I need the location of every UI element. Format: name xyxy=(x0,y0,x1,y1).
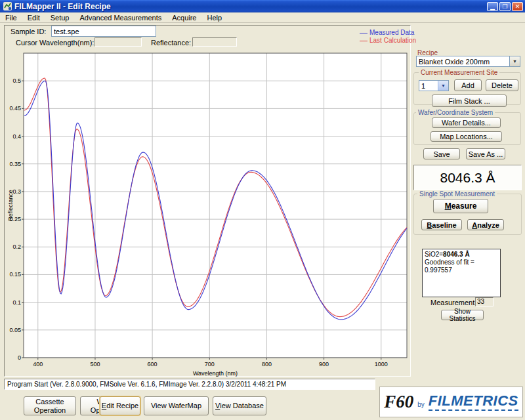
site-value: 1 xyxy=(419,82,438,90)
logo-brand: FILMETRICS xyxy=(429,394,518,411)
menu-help[interactable]: Help xyxy=(201,13,227,22)
chart-legend: Measured Data Last Calculation xyxy=(360,29,416,45)
measurement-site-group-label: Current Measurement Site xyxy=(419,69,499,76)
menu-advanced-measurements[interactable]: Advanced Measurements xyxy=(74,13,167,22)
site-dropdown-arrow-icon[interactable]: ▼ xyxy=(438,81,448,91)
minimize-icon[interactable]: ▁ xyxy=(487,2,498,11)
single-spot-group-label: Single Spot Measurement xyxy=(417,190,497,198)
svg-text:800: 800 xyxy=(262,361,272,368)
svg-text:700: 700 xyxy=(205,361,215,368)
results-box: SiO2=8046.3 Å Goodness of fit = 0.997557 xyxy=(422,249,501,297)
edit-recipe-button[interactable]: Edit Recipe xyxy=(100,396,140,415)
film-stack-button[interactable]: Film Stack ... xyxy=(432,94,507,107)
sample-id-label: Sample ID: xyxy=(10,28,46,35)
legend-measured-label: Measured Data xyxy=(369,29,414,36)
cursor-wavelength-field xyxy=(94,37,142,47)
svg-text:0.4: 0.4 xyxy=(12,133,21,140)
analyze-button[interactable]: Analyze xyxy=(467,219,504,230)
cursor-reflectance-field xyxy=(192,37,237,47)
show-statistics-button[interactable]: Show Statistics xyxy=(441,310,484,320)
sample-id-input[interactable] xyxy=(51,26,156,37)
menu-edit[interactable]: Edit xyxy=(22,13,45,22)
add-button[interactable]: Add xyxy=(454,79,482,91)
cassette-operation-button[interactable]: Cassette Operation xyxy=(24,396,76,415)
measurement-number-field[interactable]: 33 xyxy=(475,297,494,306)
wafer-details-button[interactable]: Wafer Details... xyxy=(432,117,501,128)
svg-text:0.45: 0.45 xyxy=(9,105,21,112)
view-database-button[interactable]: View Database xyxy=(213,396,266,415)
logo-model: F60 xyxy=(384,392,413,412)
cursor-reflectance-label: Reflectance: xyxy=(151,39,191,47)
legend-line-measured-icon xyxy=(360,33,368,33)
svg-text:0.05: 0.05 xyxy=(9,327,21,333)
application-window: FILMapper II - Edit Recipe ▁ ❐ ✕ File Ed… xyxy=(0,0,525,420)
title-bar: FILMapper II - Edit Recipe ▁ ❐ ✕ xyxy=(0,0,525,12)
results-line2: Goodness of fit = 0.997557 xyxy=(425,259,498,274)
baseline-button[interactable]: Baseline xyxy=(421,219,462,230)
chart-canvas[interactable]: 400500600700800900100000.050.10.150.20.2… xyxy=(7,48,410,377)
svg-text:600: 600 xyxy=(148,361,158,368)
svg-text:1000: 1000 xyxy=(375,361,388,368)
legend-line-calculated-icon xyxy=(360,41,368,41)
logo-by: by xyxy=(417,401,425,408)
svg-text:0.15: 0.15 xyxy=(9,271,21,278)
recipe-combobox[interactable]: Blanket Oxide 200mm ▼ xyxy=(416,56,520,67)
filmetrics-logo: F60 by FILMETRICS xyxy=(379,387,523,417)
close-icon[interactable]: ✕ xyxy=(512,2,523,11)
menu-file[interactable]: File xyxy=(0,13,22,22)
svg-text:900: 900 xyxy=(319,361,329,368)
menu-bar: File Edit Setup Advanced Measurements Ac… xyxy=(0,12,525,23)
app-icon xyxy=(3,2,12,10)
cursor-wavelength-label: Cursor Wavelength(nm): xyxy=(16,39,94,47)
site-combobox[interactable]: 1 ▼ xyxy=(419,80,449,91)
svg-text:0.3: 0.3 xyxy=(12,188,21,195)
svg-text:Reflectance: Reflectance xyxy=(7,190,14,221)
measure-button[interactable]: Measure xyxy=(433,199,488,213)
map-locations-button[interactable]: Map Locations... xyxy=(430,131,502,142)
save-as-button[interactable]: Save As ... xyxy=(466,148,505,159)
thickness-display: 8046.3 Å xyxy=(413,165,522,190)
delete-button[interactable]: Delete xyxy=(486,79,518,91)
restore-icon[interactable]: ❐ xyxy=(499,2,511,11)
reflectance-chart[interactable]: 400500600700800900100000.050.10.150.20.2… xyxy=(7,48,410,377)
svg-text:500: 500 xyxy=(90,361,100,368)
menu-acquire[interactable]: Acquire xyxy=(167,13,201,22)
recipe-dropdown-arrow-icon[interactable]: ▼ xyxy=(509,56,520,66)
save-button[interactable]: Save xyxy=(423,148,460,159)
recipe-value: Blanket Oxide 200mm xyxy=(417,58,509,66)
view-wafermap-button[interactable]: View WaferMap xyxy=(144,396,209,415)
svg-text:0.1: 0.1 xyxy=(12,299,21,306)
results-line1: SiO2=8046.3 Å xyxy=(425,251,498,259)
menu-setup[interactable]: Setup xyxy=(45,13,75,22)
status-bar: Program Start (Ver. 2.8.0.9000, FMSolve … xyxy=(4,379,375,390)
svg-text:0.2: 0.2 xyxy=(12,243,21,250)
legend-calculated-label: Last Calculation xyxy=(369,37,416,44)
wafer-coordinate-group-label: Wafer/Coordinate System xyxy=(416,109,495,116)
svg-text:0.5: 0.5 xyxy=(12,77,21,84)
svg-text:0.35: 0.35 xyxy=(9,161,21,167)
window-title: FILMapper II - Edit Recipe xyxy=(14,2,486,11)
svg-text:Wavelength (nm): Wavelength (nm) xyxy=(193,370,238,377)
svg-text:400: 400 xyxy=(33,361,43,368)
svg-text:0: 0 xyxy=(18,354,21,361)
